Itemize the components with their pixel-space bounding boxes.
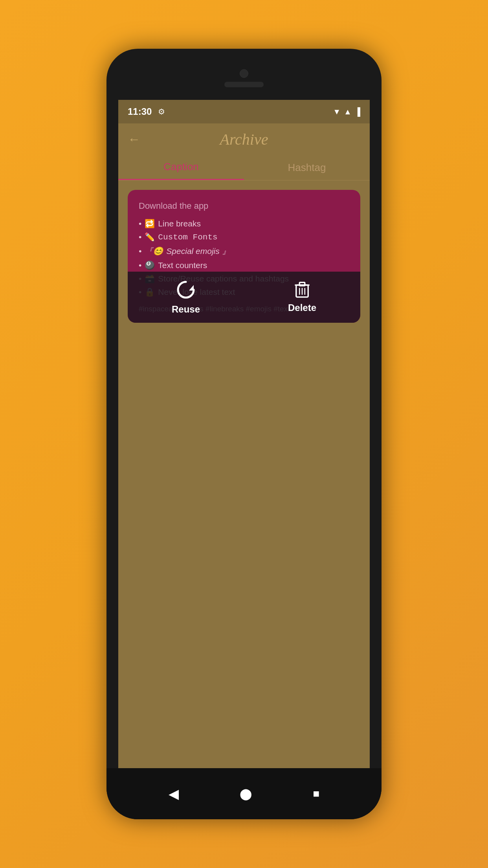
delete-icon bbox=[294, 281, 311, 298]
page-title: Archive bbox=[220, 130, 268, 149]
list-item: • 『😊 Special emojis 』 bbox=[139, 246, 349, 257]
svg-marker-0 bbox=[189, 285, 194, 291]
card-title: Download the app bbox=[139, 201, 349, 211]
phone-top-bar bbox=[106, 49, 382, 100]
content-area: Download the app • 🔁 Line breaks • ✏️ Cu… bbox=[118, 180, 370, 768]
nav-recent-button[interactable]: ■ bbox=[313, 787, 319, 800]
signal-icon: ▲ bbox=[344, 107, 352, 116]
wifi-icon: ▼ bbox=[333, 107, 341, 116]
action-overlay: Reuse Delete bbox=[128, 272, 360, 323]
tabs-container: Caption Hashtag bbox=[118, 155, 370, 180]
nav-back-button[interactable]: ◀ bbox=[169, 786, 179, 802]
phone-frame: 11:30 ⚙ ▼ ▲ ▐ ← Archive Caption Hashtag bbox=[106, 49, 382, 819]
battery-icon: ▐ bbox=[355, 107, 360, 116]
bullet: • bbox=[139, 232, 141, 242]
list-item: • ✏️ Custom Fonts bbox=[139, 232, 349, 242]
status-icons: ▼ ▲ ▐ bbox=[333, 107, 360, 116]
reuse-icon bbox=[176, 280, 196, 300]
status-bar: 11:30 ⚙ ▼ ▲ ▐ bbox=[118, 100, 370, 123]
archive-card: Download the app • 🔁 Line breaks • ✏️ Cu… bbox=[128, 190, 360, 323]
app-header: ← Archive bbox=[118, 123, 370, 155]
tab-hashtag[interactable]: Hashtag bbox=[244, 155, 370, 180]
delete-button[interactable]: Delete bbox=[244, 272, 360, 323]
nav-home-button[interactable]: ⬤ bbox=[240, 787, 252, 800]
back-button[interactable]: ← bbox=[128, 132, 140, 147]
list-item: • 🎱 Text counters bbox=[139, 261, 349, 270]
speaker bbox=[224, 82, 264, 87]
reuse-button[interactable]: Reuse bbox=[128, 272, 244, 323]
settings-icon: ⚙ bbox=[158, 107, 165, 116]
camera bbox=[240, 69, 248, 78]
tab-caption[interactable]: Caption bbox=[118, 155, 244, 180]
bullet: • bbox=[139, 219, 141, 228]
bottom-nav-bar: ◀ ⬤ ■ bbox=[106, 768, 382, 819]
status-time: 11:30 bbox=[128, 106, 152, 117]
list-item: • 🔁 Line breaks bbox=[139, 219, 349, 228]
phone-screen: 11:30 ⚙ ▼ ▲ ▐ ← Archive Caption Hashtag bbox=[118, 100, 370, 768]
delete-label: Delete bbox=[288, 302, 316, 313]
bullet: • bbox=[139, 246, 141, 256]
bullet: • bbox=[139, 261, 141, 270]
reuse-label: Reuse bbox=[172, 304, 200, 315]
